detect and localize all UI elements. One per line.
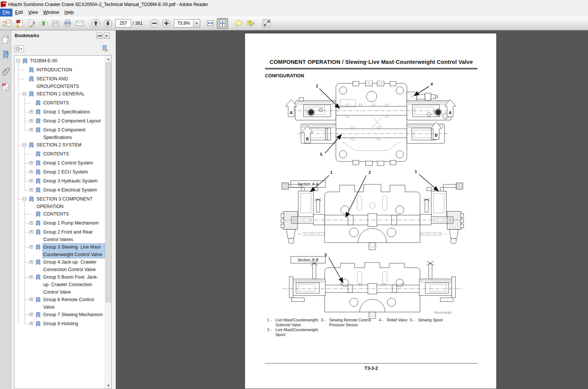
- fit-page-button[interactable]: [217, 18, 228, 29]
- attachments-panel-icon[interactable]: [1, 66, 10, 76]
- export-pdf-button[interactable]: [2, 18, 13, 29]
- comment-button[interactable]: [233, 18, 244, 29]
- bookmarks-options-menu-button[interactable]: ▼: [14, 45, 24, 52]
- bookmark-label[interactable]: Group 1 Specifications: [42, 108, 105, 116]
- bookmark-label[interactable]: Group 2 Component Layout: [42, 117, 105, 125]
- scroll-down-button[interactable]: ▼: [105, 382, 112, 389]
- bookmark-item[interactable]: +Group 3 Slewing· Live Mast· Counterweig…: [15, 243, 105, 258]
- email-button[interactable]: [74, 18, 85, 29]
- page-number-input[interactable]: [115, 19, 131, 27]
- svg-text:B: B: [306, 137, 309, 141]
- bookmark-item[interactable]: CONTENTS: [15, 99, 105, 108]
- bookmark-label[interactable]: CONTENTS: [42, 150, 105, 158]
- bookmark-label[interactable]: Group 1 Pump Mechanism: [42, 219, 105, 227]
- bookmarks-panel-header: Bookmarks ◀◀ ▶: [11, 30, 113, 41]
- zoom-dropdown-button[interactable]: ▼: [193, 19, 200, 27]
- bookmark-item[interactable]: +Group 3 Component Specifications: [15, 126, 105, 141]
- footer-rule: [265, 363, 478, 363]
- bookmark-item[interactable]: −TO2BM-E-00: [15, 57, 105, 66]
- bookmark-icon: [35, 312, 41, 320]
- list-options-icon: [16, 47, 20, 51]
- menu-item-view[interactable]: View: [26, 9, 41, 17]
- collapse-panel-button[interactable]: ◀◀: [96, 33, 103, 39]
- bookmark-icon: [35, 229, 41, 237]
- bookmarks-scrollbar[interactable]: ▲ ▼: [105, 56, 111, 389]
- bookmark-label[interactable]: Group 4 Jack-up· Crawler Connection Cont…: [42, 258, 105, 273]
- bookmark-label[interactable]: Group 1 Control System: [42, 159, 105, 167]
- bookmark-item[interactable]: +Group 5 Boom Foot· Jack-up· Crawler Con…: [15, 273, 105, 296]
- bookmark-item[interactable]: +Group 6 Remote Control Valve: [15, 296, 105, 311]
- legend-item-text: Live Mast/Counterweight Solenoid Valve: [275, 318, 327, 327]
- bookmark-item[interactable]: +Group 4 Electrical System: [15, 186, 105, 195]
- collapse-icon[interactable]: −: [17, 59, 20, 62]
- bookmark-label[interactable]: SECTION 2 SYSTEM: [36, 141, 105, 149]
- bookmark-label[interactable]: Group 3 Hydraulic System: [42, 177, 105, 185]
- tree-connector: [25, 121, 31, 121]
- menu-item-edit[interactable]: Edit: [12, 9, 26, 17]
- bookmark-item[interactable]: −SECTION 3 COMPONENT OPERATION: [15, 195, 105, 210]
- bookmark-label[interactable]: Group 3 Component Specifications: [42, 126, 105, 141]
- menu-bar: FileEditViewWindowHelp: [0, 9, 588, 17]
- bookmark-item[interactable]: CONTENTS: [15, 210, 105, 219]
- menu-item-help[interactable]: Help: [62, 9, 77, 17]
- zoom-in-button[interactable]: [161, 18, 172, 29]
- save-button[interactable]: [50, 18, 61, 29]
- bookmark-label[interactable]: SECTION AND GROUPCONTENTS: [36, 75, 105, 90]
- scrollbar-thumb[interactable]: [106, 62, 111, 302]
- bookmark-label[interactable]: Group 7 Slewing Mechanism: [42, 311, 105, 318]
- menu-item-file[interactable]: File: [0, 9, 12, 17]
- standards-panel-icon[interactable]: i: [1, 82, 10, 92]
- bookmark-label[interactable]: TO2BM-E-00: [29, 57, 105, 65]
- bookmark-label[interactable]: INTRODUCTION: [36, 66, 105, 74]
- callout-2: 2: [369, 170, 371, 175]
- bookmark-item[interactable]: +Group 4 Jack-up· Crawler Connection Con…: [15, 258, 105, 273]
- window-title: Hitachi Sumitomo Crawler Crane SCX2000A-…: [8, 2, 208, 7]
- next-page-button[interactable]: [102, 18, 113, 29]
- bookmark-label[interactable]: Group 4 Electrical System: [42, 186, 105, 194]
- expand-panel-button[interactable]: ▶: [104, 33, 110, 39]
- bookmark-item[interactable]: +Group 2 Front and Rear Control Valves: [15, 228, 105, 243]
- bookmark-item[interactable]: +Group 8 Hoisting: [15, 320, 105, 329]
- bookmark-label[interactable]: Group 6 Remote Control Valve: [42, 296, 105, 311]
- sign-document-button[interactable]: [26, 18, 37, 29]
- bookmark-label[interactable]: Group 8 Hoisting: [42, 320, 105, 327]
- tree-connector: [25, 324, 31, 324]
- bookmark-label[interactable]: Group 2 Front and Rear Control Valves: [42, 228, 105, 243]
- bookmark-label[interactable]: Group 2 ECU System: [42, 168, 105, 176]
- bookmark-item[interactable]: −SECTION 1 GENERAL: [15, 90, 105, 99]
- bookmark-label[interactable]: CONTENTS: [42, 99, 105, 107]
- bookmark-item[interactable]: CONTENTS: [15, 150, 105, 159]
- bookmarks-panel-icon[interactable]: [1, 50, 10, 60]
- fullscreen-button[interactable]: [261, 18, 272, 29]
- previous-page-button[interactable]: [90, 18, 101, 29]
- menu-item-window[interactable]: Window: [41, 9, 62, 17]
- legend-item: 2 -Live Mast/Counterweight Spool: [267, 328, 327, 337]
- fit-width-button[interactable]: [205, 18, 216, 29]
- bookmark-item[interactable]: SECTION AND GROUPCONTENTS: [15, 75, 105, 90]
- bookmark-item[interactable]: +Group 1 Specifications: [15, 108, 105, 117]
- scroll-up-button[interactable]: ▲: [105, 56, 112, 62]
- zoom-level-value[interactable]: 73,9%: [174, 19, 193, 27]
- goto-current-bookmark-button[interactable]: [101, 45, 109, 52]
- create-pdf-button[interactable]: [14, 18, 25, 29]
- legend-column: 1 -Live Mast/Counterweight Solenoid Valv…: [267, 318, 327, 338]
- bookmark-item[interactable]: +Group 1 Control System: [15, 159, 105, 168]
- page-thumbnails-panel-icon[interactable]: [1, 35, 10, 44]
- bookmark-label[interactable]: SECTION 1 GENERAL: [36, 90, 105, 98]
- highlight-text-button[interactable]: T: [245, 18, 256, 29]
- bookmark-item[interactable]: +Group 2 ECU System: [15, 168, 105, 177]
- bookmark-item[interactable]: +Group 2 Component Layout: [15, 117, 105, 126]
- bookmark-item[interactable]: −SECTION 2 SYSTEM: [15, 141, 105, 150]
- bookmark-icon: [35, 220, 41, 228]
- print-button[interactable]: [62, 18, 73, 29]
- bookmark-item[interactable]: +Group 7 Slewing Mechanism: [15, 311, 105, 320]
- bookmark-item[interactable]: INTRODUCTION: [15, 66, 105, 75]
- bookmark-label[interactable]: CONTENTS: [42, 210, 105, 218]
- bookmark-label[interactable]: Group 5 Boom Foot· Jack-up· Crawler Conn…: [42, 273, 105, 296]
- cloud-upload-button[interactable]: [38, 18, 49, 29]
- bookmark-item[interactable]: +Group 3 Hydraulic System: [15, 177, 105, 186]
- bookmark-label[interactable]: Group 3 Slewing· Live Mast· Counterweigh…: [42, 243, 105, 258]
- bookmark-item[interactable]: +Group 1 Pump Mechanism: [15, 219, 105, 228]
- zoom-out-button[interactable]: [149, 18, 160, 29]
- bookmark-label[interactable]: SECTION 3 COMPONENT OPERATION: [36, 195, 105, 210]
